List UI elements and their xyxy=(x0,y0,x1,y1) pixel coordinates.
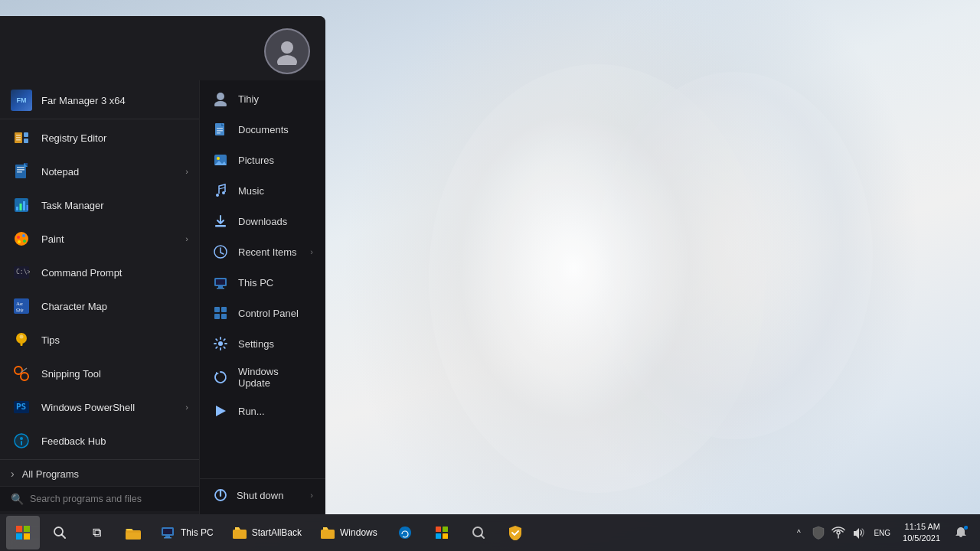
start-right-item-tihiy[interactable]: Tihiy xyxy=(200,83,325,114)
start-main-area: FM Far Manager 3 x64 Registry Editor xyxy=(0,80,325,514)
music-icon xyxy=(212,182,229,199)
svg-rect-84 xyxy=(436,533,441,539)
start-shutdown-item[interactable]: Shut down › xyxy=(200,478,325,511)
start-item-character-map[interactable]: Aα Ωψ Character Map xyxy=(0,289,199,323)
svg-rect-71 xyxy=(16,533,22,540)
systray-shield[interactable] xyxy=(811,525,826,540)
taskbar-search-button[interactable] xyxy=(43,516,77,549)
notepad-arrow: › xyxy=(185,167,188,176)
user-avatar[interactable] xyxy=(264,28,310,74)
start-item-windows-powershell[interactable]: PS Windows PowerShell › xyxy=(0,390,199,424)
start-right-item-documents[interactable]: Documents xyxy=(200,114,325,145)
clock-time: 11:15 AM xyxy=(903,521,940,533)
start-item-notepad[interactable]: Notepad › xyxy=(0,155,199,188)
paint-arrow: › xyxy=(185,234,188,243)
start-search-bar[interactable]: 🔍 xyxy=(0,486,199,511)
svg-rect-9 xyxy=(16,139,21,141)
music-label: Music xyxy=(238,185,264,197)
start-user-area xyxy=(0,16,325,80)
search-input[interactable] xyxy=(30,494,188,504)
svg-rect-72 xyxy=(24,533,30,540)
svg-rect-61 xyxy=(221,307,227,312)
svg-rect-6 xyxy=(24,139,28,143)
all-programs-item[interactable]: › All Programs xyxy=(0,461,199,486)
tihiy-icon xyxy=(212,90,229,107)
taskbar-edge[interactable] xyxy=(388,516,422,549)
taskbar-windows-folder-label: Windows xyxy=(340,527,377,538)
taskbar-startallback-icon xyxy=(232,525,247,540)
start-item-task-manager[interactable]: Task Manager xyxy=(0,188,199,222)
start-item-snipping-tool[interactable]: Snipping Tool xyxy=(0,357,199,390)
settings-icon xyxy=(212,335,229,352)
taskbar-this-pc-icon xyxy=(161,525,176,540)
start-item-registry-editor[interactable]: Registry Editor xyxy=(0,121,199,155)
far-manager-label: Far Manager 3 x64 xyxy=(41,95,188,106)
notification-center-button[interactable] xyxy=(949,521,972,544)
taskbar-file-explorer[interactable] xyxy=(116,516,150,549)
system-clock[interactable]: 11:15 AM 10/5/2021 xyxy=(898,521,945,545)
taskbar-startallback-label: StartAllBack xyxy=(252,527,302,538)
taskbar-windows-folder[interactable]: Windows xyxy=(312,516,385,549)
snipping-tool-icon xyxy=(11,363,32,384)
svg-point-44 xyxy=(214,101,227,106)
start-button[interactable] xyxy=(6,516,40,549)
downloads-icon xyxy=(212,213,229,230)
svg-rect-63 xyxy=(221,314,227,319)
start-right-item-run[interactable]: Run... xyxy=(200,396,325,426)
taskbar-this-pc[interactable]: This PC xyxy=(153,516,221,549)
svg-point-43 xyxy=(217,93,224,100)
divider-2 xyxy=(0,459,199,460)
taskbar-startallback[interactable]: StartAllBack xyxy=(224,516,309,549)
svg-point-1 xyxy=(597,72,873,439)
start-right-item-this-pc[interactable]: This PC xyxy=(200,267,325,298)
svg-line-74 xyxy=(62,535,66,539)
start-right-item-control-panel[interactable]: Control Panel xyxy=(200,298,325,328)
run-icon xyxy=(212,403,229,419)
taskbar-left: ⧉ This PC xyxy=(0,516,538,549)
svg-rect-8 xyxy=(16,137,21,139)
systray-network[interactable] xyxy=(831,525,846,540)
powershell-arrow: › xyxy=(185,403,188,412)
svg-text:PS: PS xyxy=(16,402,26,412)
feedback-hub-label: Feedback Hub xyxy=(41,435,188,447)
systray-language[interactable]: ENG xyxy=(871,525,893,540)
start-shortcuts-list: Tihiy Documents xyxy=(199,80,325,514)
search-icon: 🔍 xyxy=(11,493,24,505)
svg-rect-7 xyxy=(16,135,21,136)
start-item-tips[interactable]: Tips xyxy=(0,323,199,357)
svg-rect-58 xyxy=(218,286,223,288)
taskbar-security[interactable] xyxy=(498,516,532,549)
start-right-item-recent-items[interactable]: Recent Items › xyxy=(200,236,325,267)
taskbar-search-2[interactable] xyxy=(462,516,495,549)
svg-rect-48 xyxy=(217,130,223,132)
character-map-label: Character Map xyxy=(41,301,188,312)
start-right-item-music[interactable]: Music xyxy=(200,175,325,206)
start-right-item-windows-update[interactable]: Windows Update xyxy=(200,359,325,396)
start-item-far-manager[interactable]: FM Far Manager 3 x64 xyxy=(0,83,199,117)
start-right-item-downloads[interactable]: Downloads xyxy=(200,206,325,236)
start-item-feedback-hub[interactable]: Feedback Hub xyxy=(0,424,199,458)
control-panel-label: Control Panel xyxy=(238,308,299,319)
far-manager-icon: FM xyxy=(11,90,32,111)
taskbar-store[interactable] xyxy=(425,516,459,549)
start-item-command-prompt[interactable]: C:\>_ Command Prompt xyxy=(0,256,199,289)
start-item-paint[interactable]: Paint › xyxy=(0,222,199,256)
svg-rect-13 xyxy=(17,171,22,173)
all-programs-arrow: › xyxy=(11,468,15,480)
svg-marker-65 xyxy=(216,372,219,375)
svg-rect-82 xyxy=(436,527,441,532)
shutdown-icon xyxy=(212,487,229,504)
svg-rect-20 xyxy=(27,205,29,210)
svg-text:C:\>_: C:\>_ xyxy=(16,269,30,276)
start-right-item-pictures[interactable]: Pictures xyxy=(200,145,325,175)
start-right-item-settings[interactable]: Settings xyxy=(200,328,325,359)
svg-rect-81 xyxy=(321,530,335,539)
svg-rect-69 xyxy=(16,526,22,532)
task-view-button[interactable]: ⧉ xyxy=(80,516,113,549)
systray-overflow[interactable]: ^ xyxy=(791,525,806,540)
svg-point-33 xyxy=(20,335,24,339)
windows-powershell-label: Windows PowerShell xyxy=(41,402,176,413)
svg-line-53 xyxy=(219,187,225,189)
feedback-hub-icon xyxy=(11,430,32,452)
systray-volume[interactable] xyxy=(851,525,866,540)
